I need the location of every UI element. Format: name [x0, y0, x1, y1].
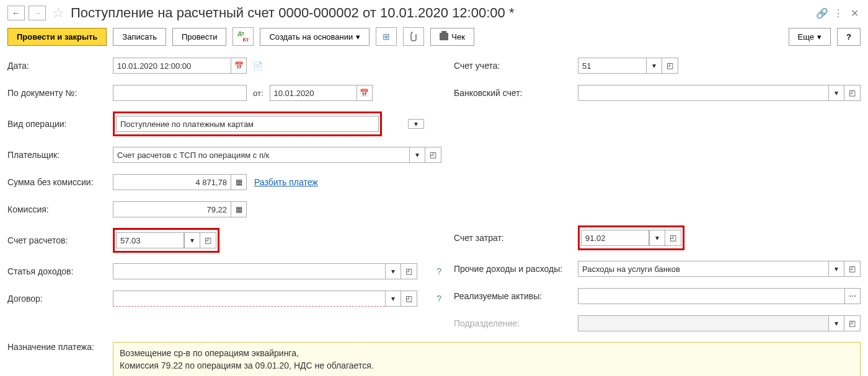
kebab-menu-icon[interactable]: ⋮	[832, 7, 844, 19]
payer-label: Плательщик:	[7, 150, 113, 160]
assets-label: Реализуемые активы:	[454, 291, 578, 301]
open-icon[interactable]: ◰	[844, 261, 861, 277]
ledger-acc-label: Счет учета:	[454, 61, 578, 71]
dropdown-icon[interactable]: ▾	[409, 147, 425, 163]
dropdown-icon[interactable]: ▾	[385, 263, 401, 279]
open-icon[interactable]: ◰	[665, 230, 681, 246]
dt-kt-button[interactable]: ДтКт	[232, 27, 254, 46]
open-icon[interactable]: ◰	[401, 263, 417, 279]
open-icon[interactable]: ◰	[425, 147, 441, 163]
calendar-icon[interactable]: 📅	[231, 58, 247, 74]
assets-input[interactable]	[578, 288, 844, 304]
by-doc-no-input[interactable]	[113, 85, 247, 101]
structure-button[interactable]: ⊞	[376, 27, 397, 46]
more-button[interactable]: Еще ▾	[789, 28, 831, 46]
income-item-input[interactable]	[113, 263, 385, 279]
dt-kt-icon: ДтКт	[237, 32, 249, 42]
more-dots-icon[interactable]: ⋯	[844, 288, 861, 304]
open-icon[interactable]: ◰	[844, 315, 861, 331]
dropdown-icon[interactable]: ▾	[828, 315, 844, 331]
open-icon[interactable]: ◰	[662, 58, 678, 74]
income-item-label: Статья доходов:	[7, 266, 113, 276]
from-label: от:	[253, 89, 264, 98]
open-icon[interactable]: ◰	[401, 291, 417, 307]
post-button[interactable]: Провести	[172, 28, 227, 46]
purpose-line-1: Возмещение ср-в по операциям эквайринга,	[120, 348, 854, 360]
post-and-close-button[interactable]: Провести и закрыть	[7, 28, 107, 46]
create-based-button[interactable]: Создать на основании ▾	[260, 28, 370, 46]
split-payment-link[interactable]: Разбить платеж	[254, 177, 318, 187]
op-type-input[interactable]: Поступление по платежным картам	[116, 116, 379, 132]
cost-acc-input[interactable]: 91.02	[581, 230, 649, 246]
dropdown-icon[interactable]: ▾	[828, 85, 844, 101]
fee-label: Комиссия:	[7, 204, 113, 214]
calc-acc-label: Счет расчетов:	[7, 235, 113, 245]
paperclip-icon	[409, 32, 418, 42]
help-hint-icon[interactable]: ?	[436, 266, 441, 276]
dropdown-icon[interactable]: ▾	[184, 232, 200, 248]
window-title: Поступление на расчетный счет 0000-00000…	[71, 5, 812, 21]
check-button[interactable]: Чек	[430, 28, 474, 46]
division-input	[578, 315, 828, 331]
attach-button[interactable]	[403, 27, 424, 46]
open-icon[interactable]: ◰	[844, 85, 861, 101]
other-ie-label: Прочие доходы и расходы:	[454, 264, 578, 274]
dropdown-icon[interactable]: ▾	[649, 230, 665, 246]
sum-no-fee-label: Сумма без комиссии:	[7, 177, 113, 187]
by-doc-label: По документу №:	[7, 88, 113, 98]
calc-acc-input[interactable]: 57.03	[116, 232, 184, 248]
dropdown-icon[interactable]: ▾	[385, 291, 401, 307]
calendar-icon[interactable]: 📅	[356, 85, 373, 101]
favorite-star-icon[interactable]: ☆	[52, 5, 64, 21]
link-icon[interactable]: 🔗	[816, 7, 828, 19]
calculator-icon[interactable]: ▦	[231, 174, 247, 190]
calculator-icon[interactable]: ▦	[231, 201, 247, 217]
op-type-dropdown-icon[interactable]: ▾	[408, 119, 424, 129]
nav-back-button[interactable]: ←	[7, 6, 25, 20]
division-label: Подразделение:	[454, 318, 578, 328]
purpose-line-2: Комиссия 79.22 по операциям за 09.01.20,…	[120, 360, 854, 372]
chevron-down-icon: ▾	[817, 32, 822, 42]
contract-input[interactable]	[113, 291, 385, 307]
purpose-textarea[interactable]: Возмещение ср-в по операциям эквайринга,…	[113, 342, 861, 376]
cost-acc-label: Счет затрат:	[454, 233, 578, 243]
payer-input[interactable]: Счет расчетов с ТСП по операциям с п/к	[113, 147, 409, 163]
fee-input[interactable]: 79,22	[113, 201, 231, 217]
date-label: Дата:	[7, 61, 113, 71]
close-icon[interactable]: ✕	[848, 7, 861, 19]
bank-acc-input[interactable]	[578, 85, 828, 101]
contract-label: Договор:	[7, 294, 113, 304]
by-doc-date-input[interactable]: 10.01.2020	[270, 85, 356, 101]
nav-forward-button[interactable]: →	[29, 6, 46, 20]
printer-icon	[440, 33, 448, 40]
help-button[interactable]: ?	[837, 28, 861, 46]
open-icon[interactable]: ◰	[200, 232, 216, 248]
dropdown-icon[interactable]: ▾	[646, 58, 662, 74]
sum-no-fee-input[interactable]: 4 871,78	[113, 174, 231, 190]
op-type-label: Вид операции:	[7, 119, 113, 129]
chevron-down-icon: ▾	[356, 32, 360, 42]
dropdown-icon[interactable]: ▾	[828, 261, 844, 277]
purpose-label: Назначение платежа:	[7, 342, 113, 352]
save-button[interactable]: Записать	[113, 28, 166, 46]
other-ie-input[interactable]: Расходы на услуги банков	[578, 261, 828, 277]
bank-acc-label: Банковский счет:	[454, 88, 578, 98]
status-check-icon: 📄	[253, 61, 263, 71]
date-input[interactable]: 10.01.2020 12:00:00	[113, 58, 231, 74]
ledger-acc-input[interactable]: 51	[578, 58, 646, 74]
help-hint-icon[interactable]: ?	[436, 294, 441, 304]
